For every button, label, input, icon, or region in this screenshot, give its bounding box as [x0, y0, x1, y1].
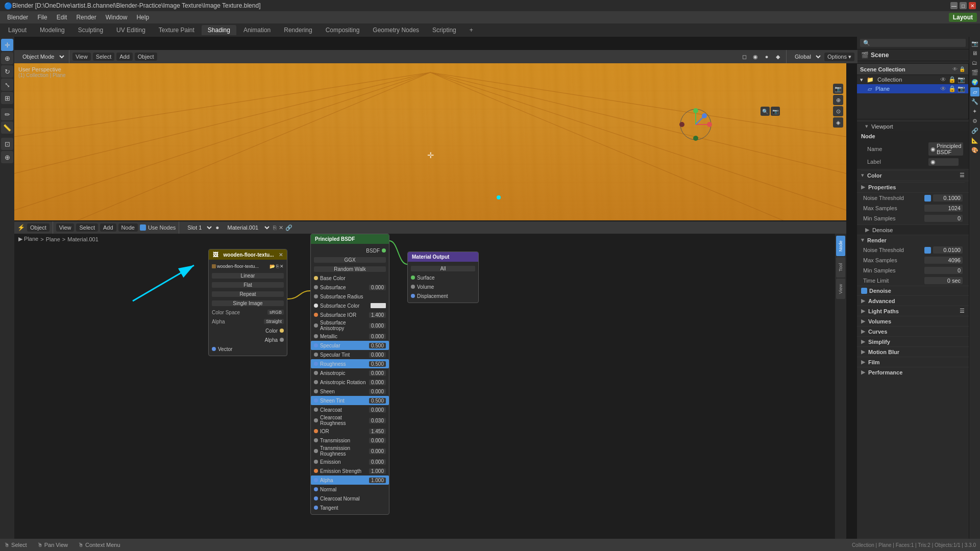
options-btn[interactable]: Options ▾: [824, 53, 854, 61]
viewport-shading-wire[interactable]: ◻: [739, 52, 749, 62]
zoom-to-selection[interactable]: 🔍: [761, 107, 770, 116]
properties-header[interactable]: ▶ Properties: [861, 182, 965, 191]
show-xray[interactable]: ◈: [833, 117, 843, 128]
menu-help[interactable]: Help: [132, 13, 153, 22]
breadcrumb-item-2[interactable]: Plane: [46, 236, 60, 242]
ne-object-btn[interactable]: Object: [27, 223, 50, 232]
properties-search-input[interactable]: [860, 39, 966, 47]
cursor-tool[interactable]: ✛: [1, 39, 13, 51]
move-tool[interactable]: ⊕: [1, 52, 13, 64]
subsurface-method-dropdown[interactable]: Random Walk: [314, 266, 386, 272]
subsurface-anisotropy-socket[interactable]: [314, 323, 318, 328]
light-paths-header[interactable]: ▶ Light Paths ☰: [857, 306, 969, 316]
tab-sculpting[interactable]: Sculpting: [72, 25, 109, 35]
extra-tool-2[interactable]: ⊕: [1, 151, 13, 163]
output-volume-socket[interactable]: [411, 285, 415, 289]
transmission-socket[interactable]: [314, 438, 318, 442]
viewport-3d[interactable]: User Perspective (1) Collection | Plane …: [14, 63, 846, 247]
input-vector-socket[interactable]: [212, 347, 216, 351]
motion-blur-header[interactable]: ▶ Motion Blur: [857, 346, 969, 357]
show-overlays[interactable]: ⊙: [833, 106, 843, 116]
specular-socket[interactable]: [314, 343, 318, 347]
metallic-socket[interactable]: [314, 334, 318, 338]
minimize-button[interactable]: —: [950, 2, 958, 9]
color-space-dropdown[interactable]: sRGB: [267, 310, 284, 315]
object-props-icon[interactable]: ▱: [970, 87, 979, 96]
plane-visibility-icon[interactable]: 👁 🔒 📷: [940, 85, 965, 92]
mode-dropdown[interactable]: Object Mode: [17, 52, 66, 61]
object-menu[interactable]: Object: [135, 53, 157, 61]
subsurface-radius-socket[interactable]: [314, 294, 318, 298]
interpolation-dropdown[interactable]: Linear: [212, 273, 284, 279]
source-dropdown[interactable]: Single Image: [212, 300, 284, 306]
menu-layout[interactable]: Layout: [949, 13, 977, 22]
color-menu-icon[interactable]: ☰: [960, 172, 965, 179]
viewport-gizmo[interactable]: 🔍 📷: [678, 107, 714, 142]
tab-rendering[interactable]: Rendering: [278, 25, 318, 35]
image-texture-node[interactable]: 🖼 wooden-floor-textu... ✕ wooden-floor-t…: [208, 249, 287, 356]
noise-threshold-render-checkbox[interactable]: [924, 247, 931, 254]
tab-compositing[interactable]: Compositing: [320, 25, 366, 35]
image-texture-copy[interactable]: ⎘: [276, 264, 279, 269]
output-surface-socket[interactable]: [411, 276, 415, 280]
emission-socket[interactable]: [314, 460, 318, 464]
scene-props-icon[interactable]: 🎬: [970, 68, 979, 77]
material-props-icon[interactable]: 🎨: [970, 145, 979, 155]
tab-animation[interactable]: Animation: [237, 25, 277, 35]
base-color-socket[interactable]: [314, 276, 318, 280]
output-props-icon[interactable]: 🖥: [970, 48, 979, 58]
render-subheader[interactable]: ▾ Render: [857, 235, 969, 245]
viewport-shading-solid[interactable]: ◉: [750, 52, 761, 62]
film-header[interactable]: ▶ Film: [857, 357, 969, 367]
roughness-socket[interactable]: [314, 362, 318, 366]
menu-edit[interactable]: Edit: [53, 13, 71, 22]
tab-geometry-nodes[interactable]: Geometry Nodes: [366, 25, 425, 35]
performance-header[interactable]: ▶ Performance: [857, 367, 969, 377]
transform-tool[interactable]: ⊞: [1, 92, 13, 104]
rotate-tool[interactable]: ↻: [1, 65, 13, 78]
node-tab[interactable]: Node: [836, 236, 845, 256]
extra-tool-1[interactable]: ⊡: [1, 138, 13, 150]
transmission-roughness-socket[interactable]: [314, 449, 318, 453]
material-x-btn[interactable]: ✕: [279, 224, 283, 231]
principled-bsdf-node[interactable]: Principled BSDF BSDF GGX Random Walk Bas…: [310, 234, 389, 515]
output-color-socket[interactable]: [280, 329, 284, 333]
material-copy-btn[interactable]: ⎘: [273, 224, 277, 231]
menu-blender[interactable]: Blender: [3, 13, 32, 22]
select-menu[interactable]: Select: [93, 53, 115, 61]
output-alpha-socket[interactable]: [280, 338, 284, 342]
use-nodes-checkbox[interactable]: [140, 224, 146, 231]
normal-socket[interactable]: [314, 487, 318, 491]
image-texture-close[interactable]: ✕: [279, 252, 283, 258]
breadcrumb-item-1[interactable]: ▶ Plane: [18, 236, 38, 242]
toggle-camera[interactable]: 📷: [771, 107, 780, 116]
specular-tint-socket[interactable]: [314, 353, 318, 357]
clearcoat-normal-socket[interactable]: [314, 496, 318, 500]
light-paths-menu[interactable]: ☰: [960, 308, 965, 314]
curves-header[interactable]: ▶ Curves: [857, 326, 969, 336]
subsurface-ior-socket[interactable]: [314, 313, 318, 317]
image-texture-browse[interactable]: 📂: [270, 264, 275, 269]
outliner-row-plane[interactable]: ▱ Plane 👁 🔒 📷: [857, 84, 968, 93]
scale-tool[interactable]: ⤡: [1, 79, 13, 91]
close-button[interactable]: ✕: [969, 2, 976, 9]
tangent-socket[interactable]: [314, 506, 318, 510]
subsurface-socket[interactable]: [314, 285, 318, 289]
emission-strength-socket[interactable]: [314, 469, 318, 473]
node-editor-canvas[interactable]: 🖼 wooden-floor-textu... ✕ wooden-floor-t…: [14, 234, 846, 539]
volumes-header[interactable]: ▶ Volumes: [857, 316, 969, 326]
subsurface-color-socket[interactable]: [314, 304, 318, 308]
tab-modeling[interactable]: Modeling: [34, 25, 71, 35]
view-menu[interactable]: View: [72, 53, 91, 61]
menu-file[interactable]: File: [33, 13, 51, 22]
tab-layout[interactable]: Layout: [2, 25, 33, 35]
view-layer-icon[interactable]: 🗂: [970, 58, 979, 67]
anisotropic-socket[interactable]: [314, 371, 318, 375]
world-props-icon[interactable]: 🌍: [970, 78, 979, 87]
annotate-tool[interactable]: ✏: [1, 108, 13, 120]
tab-texture-paint[interactable]: Texture Paint: [153, 25, 201, 35]
menu-render[interactable]: Render: [72, 13, 100, 22]
clearcoat-socket[interactable]: [314, 408, 318, 412]
sheen-tint-socket[interactable]: [314, 398, 318, 403]
image-texture-delete[interactable]: ✕: [280, 264, 284, 269]
